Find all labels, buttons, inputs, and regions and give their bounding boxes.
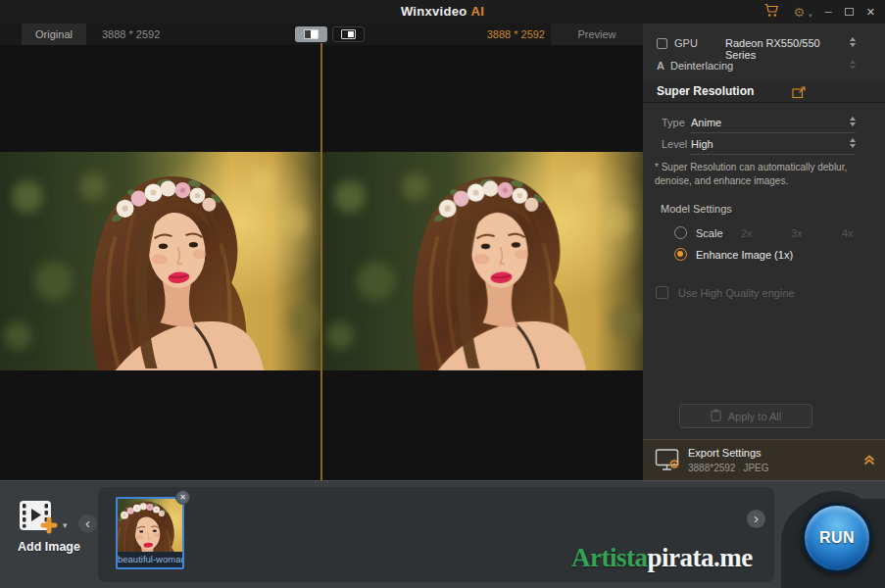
compare-mode-toggles — [295, 26, 365, 42]
original-dimensions: 3888 * 2592 — [102, 24, 160, 45]
maximize-button[interactable] — [845, 8, 854, 16]
scale-label: Scale — [696, 227, 723, 239]
settings-sidebar: GPU Radeon RX550/550 Series A Deinterlac… — [643, 24, 885, 439]
scale-option-2x[interactable]: 2x — [741, 227, 753, 239]
level-select[interactable]: High — [691, 138, 713, 150]
thumbnail-filename: beautiful-woman- — [118, 552, 182, 567]
type-label: Type — [662, 117, 685, 128]
thumbnail-close-icon[interactable]: ✕ — [175, 490, 190, 505]
scroll-left-button[interactable]: ‹ — [78, 514, 97, 533]
enhance-row: Enhance Image (1x) — [643, 248, 885, 264]
enhance-radio[interactable] — [674, 248, 687, 261]
hq-engine-row: Use High Quality engine — [643, 285, 885, 301]
deinterlacing-row: A Deinterlacing — [643, 58, 885, 75]
scale-option-4x[interactable]: 4x — [842, 227, 854, 239]
run-button[interactable]: RUN — [802, 503, 872, 573]
viewer-header: Original 3888 * 2592 3888 * 2592 Preview — [0, 24, 643, 45]
enhance-label: Enhance Image (1x) — [696, 249, 793, 261]
model-settings-label: Model Settings — [661, 203, 885, 215]
export-settings-bar[interactable]: ⚙ Export Settings 3888*2592JPEG — [643, 439, 885, 480]
type-row: Type Anime — [643, 115, 885, 133]
super-resolution-header: Super Resolution — [643, 81, 885, 103]
apply-to-all-label: Apply to All — [728, 411, 781, 422]
export-format: JPEG — [743, 463, 768, 473]
tab-preview[interactable]: Preview — [551, 24, 643, 45]
scroll-right-button[interactable]: › — [747, 510, 765, 528]
type-stepper-icon[interactable] — [850, 117, 856, 126]
apply-to-all-button[interactable]: Apply to All — [679, 404, 812, 428]
level-row: Level High — [643, 136, 885, 155]
export-gear-icon: ⚙ — [668, 458, 680, 470]
preview-image — [322, 152, 643, 370]
preview-dimensions: 3888 * 2592 — [482, 24, 545, 45]
add-image-label: Add Image — [6, 540, 92, 554]
slider-view-button[interactable] — [332, 26, 365, 42]
minimize-button[interactable]: – — [825, 1, 832, 23]
expand-icon[interactable] — [792, 85, 807, 103]
gpu-stepper-icon[interactable] — [850, 37, 856, 47]
run-button-label: RUN — [819, 529, 855, 547]
gpu-row: GPU Radeon RX550/550 Series — [643, 35, 885, 53]
gpu-label: GPU — [674, 37, 698, 49]
level-label: Level — [662, 138, 687, 150]
thumbnail-item[interactable]: beautiful-woman- ✕ — [116, 497, 184, 569]
hq-engine-checkbox[interactable] — [656, 286, 668, 299]
type-underline — [690, 132, 856, 133]
titlebar: WinxvideoAI ⚙ ▾ – ✕ — [0, 0, 885, 24]
collapse-chevrons-icon[interactable] — [862, 453, 876, 470]
super-resolution-note: * Super Resolution can automatically deb… — [655, 161, 878, 187]
add-image-caret-icon: ▾ — [63, 520, 68, 530]
scale-row: Scale 2x 3x 4x — [643, 226, 885, 242]
scale-option-3x[interactable]: 3x — [791, 227, 803, 239]
gear-icon[interactable]: ⚙ — [793, 6, 805, 19]
watermark: Artistapirata.me — [571, 543, 753, 573]
watermark-white-text: pirata.me — [647, 543, 752, 572]
add-image-icon — [18, 499, 61, 540]
app-badge-ai: AI — [470, 4, 484, 19]
gpu-checkbox[interactable] — [657, 38, 667, 49]
scale-radio[interactable] — [674, 226, 687, 239]
tab-original[interactable]: Original — [22, 24, 86, 45]
level-stepper-icon[interactable] — [850, 138, 856, 148]
app-title: WinxvideoAI — [0, 0, 885, 24]
cart-icon[interactable] — [763, 3, 780, 22]
original-image-pane[interactable] — [0, 152, 320, 370]
app-name: Winxvideo — [401, 4, 467, 19]
type-select[interactable]: Anime — [691, 117, 721, 128]
level-underline — [690, 154, 856, 155]
compare-divider[interactable] — [320, 43, 322, 480]
split-view-icon — [304, 29, 319, 39]
export-dimensions: 3888*2592 — [688, 463, 735, 473]
clipboard-icon — [711, 409, 721, 423]
split-view-button[interactable] — [295, 26, 327, 42]
export-settings-summary: 3888*2592JPEG — [688, 463, 769, 473]
gear-caret-icon: ▾ — [809, 12, 812, 20]
close-button[interactable]: ✕ — [866, 6, 875, 19]
deinterlacing-stepper-icon — [850, 60, 856, 70]
deinterlace-icon: A — [657, 60, 664, 72]
super-resolution-title: Super Resolution — [657, 84, 754, 98]
winxvideo-app-window: WinxvideoAI ⚙ ▾ – ✕ Original 3888 * 2592… — [0, 0, 885, 588]
preview-image-pane[interactable] — [322, 152, 643, 370]
export-settings-title: Export Settings — [688, 447, 762, 459]
slider-view-icon — [341, 29, 356, 39]
hq-engine-label: Use High Quality engine — [678, 287, 795, 299]
thumbnail-image — [118, 499, 182, 552]
deinterlacing-label: Deinterlacing — [670, 60, 733, 72]
original-image — [0, 152, 320, 370]
watermark-green-text: Artista — [571, 543, 647, 572]
